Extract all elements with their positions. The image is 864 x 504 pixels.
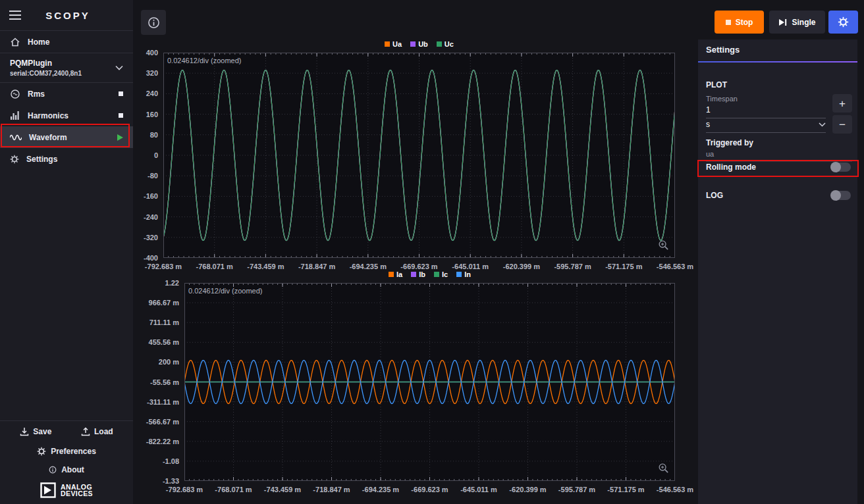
x-axis-tick-label: -546.563 m bbox=[645, 486, 705, 493]
legend-item-Ib[interactable]: Ib bbox=[411, 270, 425, 278]
panel-settings-button[interactable] bbox=[828, 11, 858, 34]
timespan-unit-select[interactable]: s bbox=[706, 120, 826, 133]
preferences-button[interactable]: Preferences bbox=[0, 442, 133, 461]
sidebar-settings-label: Settings bbox=[26, 155, 57, 164]
voltage-chart: UaUbUc400320240160800-80-160-240-320-400… bbox=[138, 53, 685, 276]
legend-label: Ia bbox=[396, 270, 402, 278]
scale-annotation: 0.024612/div (zoomed) bbox=[188, 287, 263, 295]
home-icon bbox=[10, 37, 20, 47]
log-label: LOG bbox=[706, 191, 723, 200]
select-chevron-icon bbox=[819, 122, 826, 127]
legend-item-Ub[interactable]: Ub bbox=[410, 40, 428, 48]
sidebar-item-harmonics[interactable]: Harmonics bbox=[0, 105, 133, 126]
y-axis-tick-label: 1.22 bbox=[138, 279, 179, 287]
menu-icon[interactable] bbox=[9, 11, 21, 20]
plot-section-header: PLOT bbox=[706, 80, 727, 89]
sidebar-item-settings[interactable]: Settings bbox=[0, 148, 133, 170]
legend-swatch bbox=[411, 272, 416, 277]
single-label: Single bbox=[792, 18, 815, 27]
save-label: Save bbox=[33, 427, 51, 436]
plot-area bbox=[184, 283, 675, 481]
y-axis-tick-label: 400 bbox=[138, 49, 158, 57]
timespan-decrement-button[interactable]: − bbox=[832, 115, 852, 134]
timespan-input[interactable]: 1 bbox=[706, 105, 826, 118]
rolling-mode-label: Rolling mode bbox=[706, 163, 756, 172]
rms-label: Rms bbox=[28, 89, 45, 99]
toggle-knob bbox=[830, 190, 841, 201]
log-toggle[interactable] bbox=[831, 191, 851, 200]
info-button[interactable] bbox=[141, 10, 166, 35]
sidebar-plugin-header[interactable]: PQMPlugin serial:COM37,2400,8n1 bbox=[0, 53, 133, 82]
stop-icon bbox=[726, 20, 731, 25]
plugin-serial: serial:COM37,2400,8n1 bbox=[10, 70, 82, 77]
y-axis-tick-label: -311.11 m bbox=[138, 398, 179, 406]
plugin-info: PQMPlugin serial:COM37,2400,8n1 bbox=[10, 59, 82, 77]
legend-swatch bbox=[385, 41, 390, 47]
harmonics-label: Harmonics bbox=[28, 111, 68, 120]
rms-icon bbox=[10, 89, 20, 99]
about-info-icon bbox=[49, 466, 57, 474]
legend-item-Ic[interactable]: Ic bbox=[434, 270, 448, 278]
x-axis-tick-label: -694.235 m bbox=[338, 263, 398, 270]
analog-devices-logo-mark bbox=[40, 482, 56, 498]
legend-item-Ia[interactable]: Ia bbox=[389, 270, 402, 278]
x-axis-tick-label: -595.787 m bbox=[543, 263, 603, 270]
app-logo: SCOPY bbox=[21, 10, 115, 21]
legend-label: Uc bbox=[445, 40, 454, 48]
timespan-label: Timespan bbox=[706, 95, 738, 103]
chart-legend: UaUbUc bbox=[163, 40, 675, 48]
legend-swatch bbox=[410, 41, 416, 47]
timespan-increment-button[interactable]: + bbox=[832, 94, 852, 113]
waveform-icon bbox=[10, 133, 22, 142]
scopy-app: SCOPY Home PQMPlugin serial:COM37,2400,8… bbox=[0, 0, 864, 504]
zoom-icon[interactable] bbox=[658, 463, 669, 476]
harmonics-stopped-indicator[interactable] bbox=[119, 113, 123, 118]
save-icon bbox=[20, 427, 29, 436]
settings-panel: Settings PLOT Timespan 1 s + − Triggered… bbox=[698, 39, 857, 504]
y-axis-tick-label: 320 bbox=[138, 69, 158, 77]
title-underline bbox=[698, 61, 857, 63]
load-button[interactable]: Load bbox=[81, 427, 113, 436]
y-axis-tick-label: 80 bbox=[138, 131, 158, 139]
legend-item-Ua[interactable]: Ua bbox=[385, 40, 402, 48]
y-axis-tick-label: -55.56 m bbox=[138, 378, 179, 386]
waveform-running-indicator[interactable] bbox=[117, 134, 123, 141]
y-axis-tick-label: -240 bbox=[138, 213, 158, 221]
x-axis-tick-label: -546.563 m bbox=[645, 263, 705, 270]
y-axis-tick-label: -566.67 m bbox=[138, 418, 179, 426]
y-axis-tick-label: 0 bbox=[138, 151, 158, 159]
stop-label: Stop bbox=[736, 18, 753, 27]
rolling-mode-toggle[interactable] bbox=[831, 163, 851, 172]
x-axis-tick-label: -768.071 m bbox=[185, 263, 244, 270]
legend-item-Uc[interactable]: Uc bbox=[437, 40, 454, 48]
sidebar-item-home[interactable]: Home bbox=[0, 31, 133, 53]
waveform-label: Waveform bbox=[29, 133, 67, 142]
y-axis-tick-label: -160 bbox=[138, 192, 158, 200]
y-axis-tick-label: -1.08 bbox=[138, 457, 179, 465]
y-axis-tick-label: -80 bbox=[138, 172, 158, 180]
x-axis-tick-label: -620.399 m bbox=[492, 263, 551, 270]
save-button[interactable]: Save bbox=[20, 427, 51, 436]
triggered-by-value[interactable]: ua bbox=[706, 150, 852, 162]
single-button[interactable]: Single bbox=[769, 11, 825, 34]
preferences-label: Preferences bbox=[51, 447, 96, 456]
sidebar-item-waveform[interactable]: Waveform bbox=[0, 126, 133, 148]
rms-stopped-indicator[interactable] bbox=[119, 91, 123, 96]
legend-swatch bbox=[456, 272, 462, 277]
stop-button[interactable]: Stop bbox=[715, 11, 764, 34]
x-axis-tick-label: -669.623 m bbox=[390, 263, 449, 270]
chart-legend: IaIbIcIn bbox=[184, 270, 675, 278]
brand-line-2: DEVICES bbox=[61, 490, 93, 497]
x-axis-tick-label: -743.459 m bbox=[236, 263, 295, 270]
legend-label: In bbox=[464, 270, 471, 278]
sidebar-footer: Save Load Preferences Abou bbox=[0, 420, 133, 504]
chevron-down-icon[interactable] bbox=[115, 65, 123, 70]
legend-label: Ic bbox=[442, 270, 448, 278]
sidebar-item-rms[interactable]: Rms bbox=[0, 83, 133, 105]
legend-item-In[interactable]: In bbox=[456, 270, 471, 278]
y-axis-tick-label: 240 bbox=[138, 89, 158, 97]
about-button[interactable]: About bbox=[0, 461, 133, 479]
zoom-icon[interactable] bbox=[658, 239, 669, 253]
log-row: LOG bbox=[706, 191, 851, 200]
y-axis-tick-label: -822.22 m bbox=[138, 438, 179, 445]
